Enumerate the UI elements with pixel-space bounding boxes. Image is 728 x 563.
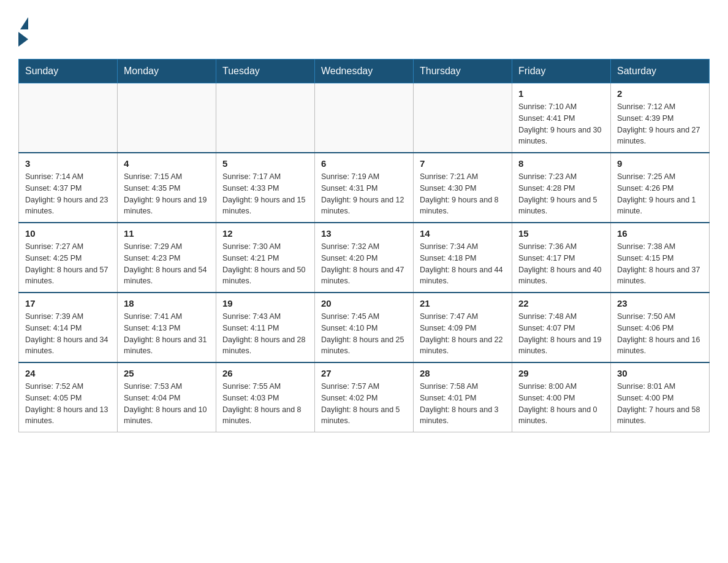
- calendar-cell: 29Sunrise: 8:00 AMSunset: 4:00 PMDayligh…: [512, 362, 611, 432]
- day-number: 3: [25, 158, 111, 169]
- day-info: Sunrise: 7:23 AMSunset: 4:28 PMDaylight:…: [518, 171, 604, 217]
- calendar-cell: [414, 83, 512, 153]
- header-cell-friday: Friday: [512, 59, 611, 83]
- day-number: 15: [518, 228, 604, 239]
- day-info: Sunrise: 7:34 AMSunset: 4:18 PMDaylight:…: [420, 241, 506, 287]
- calendar-cell: 21Sunrise: 7:47 AMSunset: 4:09 PMDayligh…: [414, 293, 512, 362]
- calendar-cell: 24Sunrise: 7:52 AMSunset: 4:05 PMDayligh…: [19, 362, 118, 432]
- header-cell-sunday: Sunday: [19, 59, 118, 83]
- day-info: Sunrise: 7:14 AMSunset: 4:37 PMDaylight:…: [25, 171, 111, 217]
- day-number: 19: [222, 298, 308, 308]
- calendar-week-row: 3Sunrise: 7:14 AMSunset: 4:37 PMDaylight…: [19, 153, 710, 223]
- calendar-cell: 4Sunrise: 7:15 AMSunset: 4:35 PMDaylight…: [118, 153, 216, 223]
- day-info: Sunrise: 7:25 AMSunset: 4:26 PMDaylight:…: [617, 171, 703, 217]
- calendar-cell: [315, 83, 414, 153]
- day-number: 14: [420, 228, 506, 239]
- calendar-cell: 16Sunrise: 7:38 AMSunset: 4:15 PMDayligh…: [611, 223, 710, 293]
- day-number: 2: [617, 88, 703, 99]
- calendar-cell: 1Sunrise: 7:10 AMSunset: 4:41 PMDaylight…: [512, 83, 611, 153]
- day-info: Sunrise: 7:39 AMSunset: 4:14 PMDaylight:…: [25, 311, 111, 357]
- calendar-cell: 5Sunrise: 7:17 AMSunset: 4:33 PMDaylight…: [216, 153, 315, 223]
- header-cell-thursday: Thursday: [414, 59, 512, 83]
- calendar-cell: 30Sunrise: 8:01 AMSunset: 4:00 PMDayligh…: [611, 362, 710, 432]
- day-number: 1: [518, 88, 604, 99]
- calendar-cell: 28Sunrise: 7:58 AMSunset: 4:01 PMDayligh…: [414, 362, 512, 432]
- calendar-cell: 15Sunrise: 7:36 AMSunset: 4:17 PMDayligh…: [512, 223, 611, 293]
- day-number: 12: [222, 228, 308, 239]
- day-info: Sunrise: 8:01 AMSunset: 4:00 PMDaylight:…: [617, 381, 703, 427]
- calendar-cell: 6Sunrise: 7:19 AMSunset: 4:31 PMDaylight…: [315, 153, 414, 223]
- day-number: 6: [321, 158, 407, 169]
- day-info: Sunrise: 7:41 AMSunset: 4:13 PMDaylight:…: [124, 311, 210, 357]
- calendar-cell: 11Sunrise: 7:29 AMSunset: 4:23 PMDayligh…: [118, 223, 216, 293]
- day-number: 11: [124, 228, 210, 239]
- calendar-week-row: 17Sunrise: 7:39 AMSunset: 4:14 PMDayligh…: [19, 293, 710, 362]
- day-info: Sunrise: 7:27 AMSunset: 4:25 PMDaylight:…: [25, 241, 111, 287]
- day-number: 28: [420, 368, 506, 378]
- day-info: Sunrise: 7:50 AMSunset: 4:06 PMDaylight:…: [617, 311, 703, 357]
- calendar-week-row: 10Sunrise: 7:27 AMSunset: 4:25 PMDayligh…: [19, 223, 710, 293]
- day-info: Sunrise: 7:17 AMSunset: 4:33 PMDaylight:…: [222, 171, 308, 217]
- calendar-cell: 25Sunrise: 7:53 AMSunset: 4:04 PMDayligh…: [118, 362, 216, 432]
- logo-triangle-icon: [20, 17, 28, 29]
- day-number: 22: [518, 298, 604, 308]
- day-info: Sunrise: 7:19 AMSunset: 4:31 PMDaylight:…: [321, 171, 407, 217]
- day-info: Sunrise: 7:53 AMSunset: 4:04 PMDaylight:…: [124, 381, 210, 427]
- calendar-cell: 22Sunrise: 7:48 AMSunset: 4:07 PMDayligh…: [512, 293, 611, 362]
- day-info: Sunrise: 7:30 AMSunset: 4:21 PMDaylight:…: [222, 241, 308, 287]
- day-info: Sunrise: 8:00 AMSunset: 4:00 PMDaylight:…: [518, 381, 604, 427]
- day-number: 29: [518, 368, 604, 378]
- day-info: Sunrise: 7:36 AMSunset: 4:17 PMDaylight:…: [518, 241, 604, 287]
- day-info: Sunrise: 7:57 AMSunset: 4:02 PMDaylight:…: [321, 381, 407, 427]
- calendar-week-row: 1Sunrise: 7:10 AMSunset: 4:41 PMDaylight…: [19, 83, 710, 153]
- day-info: Sunrise: 7:48 AMSunset: 4:07 PMDaylight:…: [518, 311, 604, 357]
- day-number: 23: [617, 298, 703, 308]
- day-number: 16: [617, 228, 703, 239]
- day-number: 27: [321, 368, 407, 378]
- day-info: Sunrise: 7:32 AMSunset: 4:20 PMDaylight:…: [321, 241, 407, 287]
- day-info: Sunrise: 7:47 AMSunset: 4:09 PMDaylight:…: [420, 311, 506, 357]
- day-number: 21: [420, 298, 506, 308]
- day-info: Sunrise: 7:43 AMSunset: 4:11 PMDaylight:…: [222, 311, 308, 357]
- day-info: Sunrise: 7:21 AMSunset: 4:30 PMDaylight:…: [420, 171, 506, 217]
- day-info: Sunrise: 7:45 AMSunset: 4:10 PMDaylight:…: [321, 311, 407, 357]
- day-number: 7: [420, 158, 506, 169]
- day-number: 5: [222, 158, 308, 169]
- calendar-cell: 14Sunrise: 7:34 AMSunset: 4:18 PMDayligh…: [414, 223, 512, 293]
- calendar-cell: 26Sunrise: 7:55 AMSunset: 4:03 PMDayligh…: [216, 362, 315, 432]
- logo-arrow-icon: [18, 32, 28, 47]
- calendar-cell: 12Sunrise: 7:30 AMSunset: 4:21 PMDayligh…: [216, 223, 315, 293]
- day-number: 8: [518, 158, 604, 169]
- day-info: Sunrise: 7:38 AMSunset: 4:15 PMDaylight:…: [617, 241, 703, 287]
- header-cell-wednesday: Wednesday: [315, 59, 414, 83]
- header: [18, 12, 710, 47]
- calendar-cell: [118, 83, 216, 153]
- day-number: 24: [25, 368, 111, 378]
- calendar-cell: 8Sunrise: 7:23 AMSunset: 4:28 PMDaylight…: [512, 153, 611, 223]
- calendar-cell: [19, 83, 118, 153]
- calendar-cell: 17Sunrise: 7:39 AMSunset: 4:14 PMDayligh…: [19, 293, 118, 362]
- calendar-cell: 3Sunrise: 7:14 AMSunset: 4:37 PMDaylight…: [19, 153, 118, 223]
- calendar-cell: 13Sunrise: 7:32 AMSunset: 4:20 PMDayligh…: [315, 223, 414, 293]
- day-info: Sunrise: 7:10 AMSunset: 4:41 PMDaylight:…: [518, 101, 604, 147]
- day-number: 9: [617, 158, 703, 169]
- calendar-cell: 2Sunrise: 7:12 AMSunset: 4:39 PMDaylight…: [611, 83, 710, 153]
- header-row: SundayMondayTuesdayWednesdayThursdayFrid…: [19, 59, 710, 83]
- day-info: Sunrise: 7:55 AMSunset: 4:03 PMDaylight:…: [222, 381, 308, 427]
- day-info: Sunrise: 7:15 AMSunset: 4:35 PMDaylight:…: [124, 171, 210, 217]
- calendar-cell: 20Sunrise: 7:45 AMSunset: 4:10 PMDayligh…: [315, 293, 414, 362]
- header-cell-monday: Monday: [118, 59, 216, 83]
- calendar-table: SundayMondayTuesdayWednesdayThursdayFrid…: [18, 59, 710, 432]
- day-number: 10: [25, 228, 111, 239]
- day-info: Sunrise: 7:29 AMSunset: 4:23 PMDaylight:…: [124, 241, 210, 287]
- calendar-week-row: 24Sunrise: 7:52 AMSunset: 4:05 PMDayligh…: [19, 362, 710, 432]
- calendar-cell: 19Sunrise: 7:43 AMSunset: 4:11 PMDayligh…: [216, 293, 315, 362]
- header-cell-tuesday: Tuesday: [216, 59, 315, 83]
- day-number: 4: [124, 158, 210, 169]
- day-info: Sunrise: 7:58 AMSunset: 4:01 PMDaylight:…: [420, 381, 506, 427]
- day-number: 13: [321, 228, 407, 239]
- day-info: Sunrise: 7:52 AMSunset: 4:05 PMDaylight:…: [25, 381, 111, 427]
- calendar-cell: [216, 83, 315, 153]
- calendar-cell: 18Sunrise: 7:41 AMSunset: 4:13 PMDayligh…: [118, 293, 216, 362]
- calendar-cell: 27Sunrise: 7:57 AMSunset: 4:02 PMDayligh…: [315, 362, 414, 432]
